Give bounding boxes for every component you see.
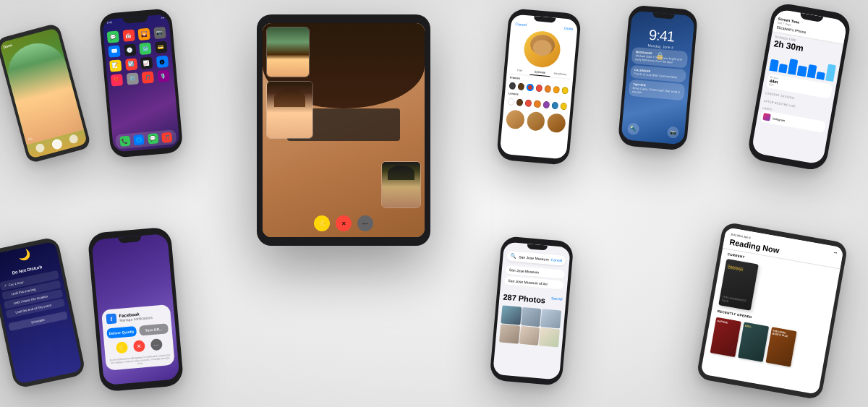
participant-face-3 — [382, 162, 420, 207]
lock-bottom-controls: 🔦 📷 — [621, 122, 685, 140]
turn-off-button[interactable]: Turn Off... — [138, 323, 169, 335]
color-option[interactable] — [527, 84, 534, 92]
color-option[interactable] — [525, 99, 532, 107]
color-option[interactable] — [518, 82, 525, 90]
current-book-1[interactable]: Daenerys THE HANDMAID'S TALE — [718, 259, 759, 311]
participant-face-2 — [267, 82, 312, 138]
color-option[interactable] — [516, 98, 524, 106]
notch — [118, 236, 142, 244]
memoji-style-options — [502, 107, 570, 136]
stocks-icon[interactable]: 📈 — [140, 57, 153, 69]
device-home-screen: 9:41 ▪▪▪ 💬 📅 🌄 📷 ✉️ 🕐 🗺️ 💳 📝 ☑️ 📈 🅐 ❤️ ⚙… — [98, 8, 183, 158]
flip-camera-icon[interactable] — [68, 134, 79, 145]
clock-icon[interactable]: 🕐 — [124, 44, 136, 56]
facetime-star-button[interactable]: ⭐ — [314, 215, 330, 231]
done-button[interactable]: Done — [564, 26, 573, 31]
device-maps-photos: 🔍 San Jose Museum Cancel San Jose Museum… — [489, 236, 574, 386]
facetime-controls: ⭐ ✕ ··· — [263, 215, 425, 231]
appstore-icon[interactable]: 🅐 — [156, 56, 168, 68]
search-bar[interactable]: 🔍 San Jose Museum Cancel — [506, 251, 566, 266]
photo-thumb-5[interactable] — [519, 326, 540, 346]
color-option[interactable] — [551, 102, 558, 110]
tab-hair[interactable]: Hair — [509, 66, 530, 74]
color-option[interactable] — [534, 100, 541, 108]
device-screen: 9:41 Mon Jun 4 ▪▪▪ Reading Now CURRENT D… — [700, 227, 843, 395]
signal-icons: ▪▪▪ — [161, 16, 165, 20]
cancel-button[interactable]: Cancel — [550, 257, 562, 262]
notifications-list: MESSAGES Michael Dibe • I'll see you bri… — [629, 47, 689, 100]
photo-thumb-1[interactable] — [501, 305, 522, 325]
close-notification-button[interactable]: ✕ — [132, 340, 145, 352]
chart-bar — [769, 59, 779, 72]
podcasts-icon[interactable]: 🎙️ — [157, 70, 169, 82]
device-memoji-editor: Cancel Done Hair Eyewear Headwear Frames — [496, 8, 582, 166]
chart-bar — [797, 65, 807, 77]
facetime-end-button[interactable]: ✕ — [336, 215, 352, 231]
device-screen: Cancel Done Hair Eyewear Headwear Frames — [500, 14, 579, 159]
search-icon: 🔍 — [510, 253, 517, 260]
photo-thumb-3[interactable] — [540, 309, 561, 328]
time-display: 9:41 — [106, 20, 112, 25]
notes-icon[interactable]: 📝 — [109, 59, 122, 72]
memoji-style-2[interactable] — [526, 111, 545, 132]
color-option[interactable] — [508, 98, 515, 106]
flash-icon[interactable] — [35, 142, 46, 153]
dock-messages-icon[interactable]: 💬 — [148, 133, 158, 144]
notch — [123, 16, 149, 24]
app-grid: 💬 📅 🌄 📷 ✉️ 🕐 🗺️ 💳 📝 ☑️ 📈 🅐 ❤️ ⚙️ 🎵 🎙️ — [103, 22, 174, 91]
dock-phone-icon[interactable]: 📞 — [119, 136, 130, 147]
recent-book-1[interactable]: DAPHNE — [710, 317, 741, 357]
health-icon[interactable]: ❤️ — [111, 74, 123, 86]
see-all-button[interactable]: See All — [551, 296, 563, 301]
photo-thumb-6[interactable] — [539, 327, 560, 347]
tab-eyewear[interactable]: Eyewear — [529, 68, 550, 77]
photos-icon[interactable]: 🌄 — [137, 28, 150, 40]
photos-count: 287 Photos — [503, 293, 546, 305]
device-lockscreen: 9:41 Monday, June 4 🔒 MESSAGES Michael D… — [618, 4, 699, 151]
wallet-icon[interactable]: 💳 — [155, 41, 167, 53]
instagram-icon — [762, 113, 771, 121]
shutter-button[interactable] — [51, 138, 63, 150]
color-option[interactable] — [535, 85, 542, 93]
dock-safari-icon[interactable]: 🌐 — [134, 134, 145, 145]
memoji-style-1[interactable] — [506, 109, 525, 129]
music-icon[interactable]: 🎵 — [142, 71, 154, 83]
device-facetime-ipad: ⭐ ✕ ··· — [257, 14, 430, 246]
color-option[interactable] — [544, 85, 551, 93]
dock-music-icon[interactable]: 🎵 — [161, 132, 172, 143]
chart-bar — [825, 64, 836, 82]
color-option[interactable] — [542, 101, 550, 109]
tab-headwear[interactable]: Headwear — [550, 69, 571, 78]
calendar-icon[interactable]: 📅 — [122, 30, 135, 42]
color-option[interactable] — [509, 82, 516, 90]
flashlight-icon[interactable]: 🔦 — [627, 123, 639, 135]
color-option[interactable] — [561, 87, 569, 95]
maps-icon[interactable]: 🗺️ — [139, 43, 151, 55]
recent-book-2[interactable]: BRO... — [738, 322, 769, 362]
device-facebook-notification: f Facebook Manage notifications Deliver … — [88, 226, 184, 392]
memoji-style-3[interactable] — [547, 113, 566, 133]
chart-bar — [816, 72, 825, 80]
favorite-button[interactable]: ⭐ — [115, 341, 127, 354]
facebook-app-icon: f — [106, 313, 116, 324]
photo-thumb-4[interactable] — [499, 324, 520, 343]
done-button[interactable]: Done — [3, 43, 13, 49]
color-option[interactable] — [553, 86, 560, 94]
recent-book-3[interactable]: THE HAND-MAID'S TALE — [765, 327, 796, 367]
cancel-button[interactable]: Cancel — [515, 22, 527, 27]
photo-thumb-2[interactable] — [521, 307, 542, 327]
reminders-icon[interactable]: ☑️ — [125, 58, 137, 70]
camera-icon[interactable]: 📷 — [667, 126, 679, 138]
messages-icon[interactable]: 💬 — [107, 30, 119, 43]
settings-icon[interactable]: ⚙️ — [126, 72, 138, 85]
more-options-button[interactable]: ··· — [150, 338, 162, 351]
camera-icon[interactable]: 📷 — [153, 27, 166, 39]
mail-icon[interactable]: ✉️ — [108, 45, 120, 57]
deliver-quietly-button[interactable]: Deliver Quietly — [106, 326, 137, 338]
limit-app-name: Instagram — [772, 116, 785, 122]
facetime-more-button[interactable]: ··· — [357, 215, 373, 231]
device-screen: 9:41 Monday, June 4 🔒 MESSAGES Michael D… — [621, 11, 694, 145]
notification-item[interactable]: TWITTER Brian Carey: Sweet stuff, that s… — [629, 80, 686, 101]
chart-bar — [778, 64, 788, 73]
color-option[interactable] — [560, 103, 567, 111]
